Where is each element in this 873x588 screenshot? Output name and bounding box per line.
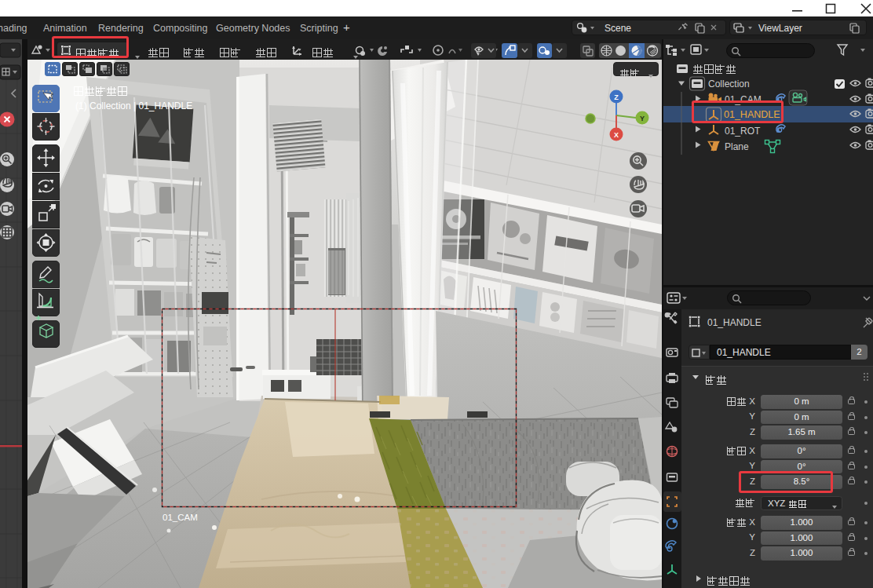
svg-text:X: X <box>614 131 619 139</box>
svg-text:(1) Collection | 01_HANDLE: (1) Collection | 01_HANDLE <box>75 100 192 111</box>
svg-text:Z: Z <box>614 93 619 101</box>
svg-text:Y: Y <box>640 115 645 122</box>
svg-text:01_CAM: 01_CAM <box>163 513 198 522</box>
